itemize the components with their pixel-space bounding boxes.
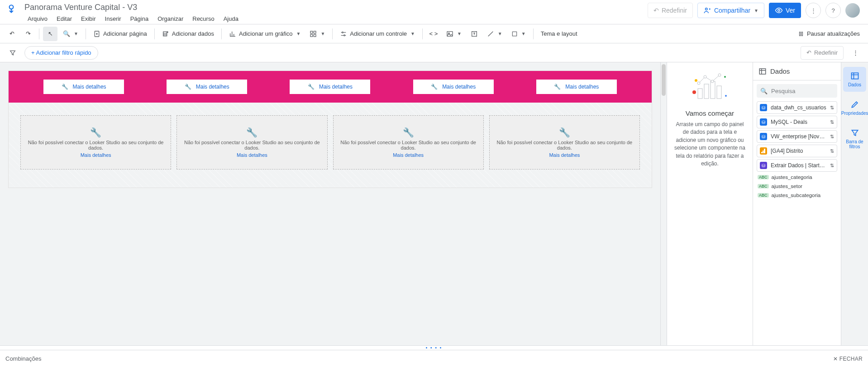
broken-widget[interactable]: 🔧Mais detalhes [290,80,370,94]
details-link: Mais detalhes [73,84,106,90]
community-viz-button[interactable]: ▼ [306,27,329,41]
filter-icon-button[interactable] [5,46,20,60]
sort-icon: ⇅ [830,119,834,125]
data-search-input[interactable]: 🔍 Pesquisa [757,84,837,98]
svg-point-10 [344,35,345,36]
data-source-item[interactable]: ⛁Extrair Dados | Startups Ativas⇅ [757,159,837,172]
rail-tab-filter-bar[interactable]: Barra de filtros [843,124,866,154]
field-type-chip: ABC [758,193,769,198]
more-menu-button[interactable]: ⋮ [806,3,821,18]
search-placeholder: Pesquisa [771,88,795,94]
datasource-icon: ⛁ [760,118,767,126]
scrollbar-thumb[interactable] [662,64,666,96]
vertical-scrollbar[interactable] [660,62,667,345]
menu-organizar[interactable]: Organizar [153,14,187,24]
reset-filters-label: Redefinir [814,49,838,56]
embed-button[interactable]: < > [426,27,441,41]
add-control-button[interactable]: Adicionar um controle ▼ [336,27,419,41]
pause-label: Pausar atualizações [807,30,860,37]
report-page[interactable]: 🔧Mais detalhes 🔧Mais detalhes 🔧Mais deta… [8,71,652,188]
text-icon [471,30,478,38]
menu-pagina[interactable]: Página [126,14,153,24]
help-button[interactable]: ? [825,3,841,18]
search-icon: 🔍 [760,88,768,94]
filterbar-more-button[interactable]: ⋮ [848,46,863,60]
details-link[interactable]: Mais detalhes [393,152,424,158]
line-button[interactable]: ▼ [483,27,506,41]
separator [154,28,155,39]
chevron-down-icon: ▼ [754,8,758,13]
drawer-title: Combinações [5,355,42,362]
menu-ajuda[interactable]: Ajuda [219,14,243,24]
svg-rect-14 [512,32,516,36]
image-button[interactable]: ▼ [443,27,465,41]
menu-editar[interactable]: Editar [52,14,76,24]
svg-point-24 [718,74,721,76]
chevron-down-icon: ▼ [498,31,502,36]
broken-widget[interactable]: 🔧Mais detalhes [536,80,617,94]
details-link[interactable]: Mais detalhes [549,152,580,158]
header-strip: 🔧Mais detalhes 🔧Mais detalhes 🔧Mais deta… [9,71,652,103]
rail-tab-data[interactable]: Dados [843,67,866,92]
data-source-item[interactable]: ⛁VW_enterprise [Nova Conexão]⇅ [757,130,837,143]
svg-point-27 [724,76,726,78]
data-source-item[interactable]: [GA4] Distrito⇅ [757,145,837,157]
details-link: Mais detalhes [565,84,599,90]
account-avatar[interactable] [845,3,860,18]
broken-widget[interactable]: 🔧Mais detalhes [413,80,494,94]
separator [86,28,86,39]
data-source-item[interactable]: ⛁data_dwh_cs_usuarios⇅ [757,101,837,114]
chevron-down-icon: ▼ [410,31,415,36]
data-panel-title: Dados [770,67,790,75]
view-button[interactable]: Ver [769,3,801,18]
error-text: Não foi possível conectar o Looker Studi… [181,140,322,151]
theme-layout-button[interactable]: Tema e layout [537,27,581,41]
reset-filters-button[interactable]: ↶ Redefinir [801,46,844,60]
rail-tab-properties[interactable]: Propriedades [843,95,866,120]
chart-illustration-icon [690,71,730,102]
menu-inserir[interactable]: Inserir [101,14,125,24]
datasource-label: data_dwh_cs_usuarios [771,104,826,111]
redo-button[interactable]: ↷ [21,27,35,41]
error-text: Não foi possível conectar o Looker Studi… [338,140,479,151]
broken-widget[interactable]: 🔧Mais detalhes [43,80,124,94]
slider-icon [340,30,347,38]
drawer-close-button[interactable]: ✕ Fechar [833,356,863,362]
text-button[interactable] [467,27,482,41]
menu-recurso[interactable]: Recurso [188,14,218,24]
wrench-icon: 🔧 [559,127,570,138]
shape-button[interactable]: ▼ [508,27,529,41]
data-source-item[interactable]: ⛁MySQL - Deals⇅ [757,116,837,128]
svg-rect-4 [163,32,167,36]
field-item[interactable]: ABCajustes_setor [758,182,836,191]
error-card[interactable]: 🔧 Não foi possível conectar o Looker Stu… [333,115,484,169]
drawer-drag-handle[interactable]: • • • • [0,345,868,350]
add-chart-button[interactable]: Adicionar um gráfico ▼ [225,27,304,41]
broken-widget[interactable]: 🔧Mais detalhes [167,80,247,94]
chevron-down-icon: ▼ [521,31,526,36]
onboarding-panel: Vamos começar Arraste um campo do painel… [667,62,753,345]
share-button[interactable]: Compartilhar ▼ [697,3,764,18]
undo-button[interactable]: ↶ [5,27,19,41]
add-quick-filter-chip[interactable]: + Adicionar filtro rápido [24,46,98,60]
details-link[interactable]: Mais detalhes [237,152,267,158]
field-item[interactable]: ABCajustes_subcategoria [758,191,836,200]
field-item[interactable]: ABCajustes_categoria [758,173,836,182]
error-text: Não foi possível conectar o Looker Studi… [494,140,635,151]
view-label: Ver [786,7,795,14]
error-card[interactable]: 🔧 Não foi possível conectar o Looker Stu… [20,115,171,169]
add-page-button[interactable]: Adicionar página [90,27,151,41]
menu-arquivo[interactable]: Arquivo [24,14,52,24]
error-card[interactable]: 🔧 Não foi possível conectar o Looker Stu… [489,115,640,169]
menu-exibir[interactable]: Exibir [77,14,100,24]
svg-rect-8 [314,34,316,37]
details-link[interactable]: Mais detalhes [81,152,111,158]
document-title[interactable]: Panorama Venture Capital - V3 [24,2,643,13]
add-data-button[interactable]: Adicionar dados [158,27,218,41]
error-card[interactable]: 🔧 Não foi possível conectar o Looker Stu… [176,115,327,169]
svg-point-2 [778,9,780,12]
pause-updates-button[interactable]: Pausar atualizações [794,27,863,41]
reset-button[interactable]: ↶ Redefinir [648,3,693,18]
zoom-tool[interactable]: 🔍▼ [59,27,82,41]
select-tool[interactable]: ↖ [43,27,57,41]
